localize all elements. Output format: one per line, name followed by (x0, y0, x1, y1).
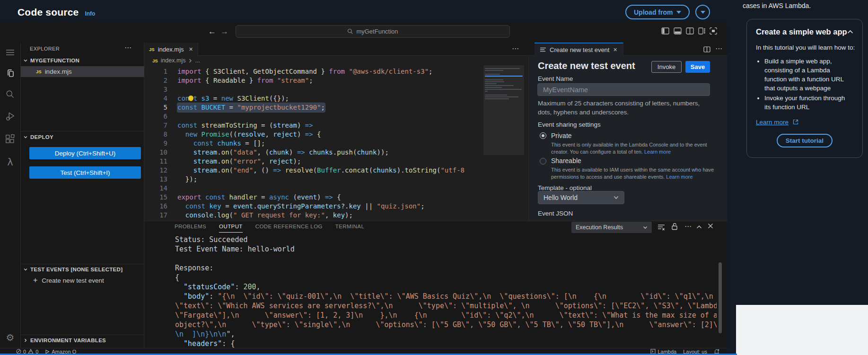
actions-dropdown-button[interactable] (695, 5, 710, 19)
toggle-sidebar-icon[interactable] (661, 27, 669, 35)
settings-gear-icon[interactable]: ⚙ (0, 329, 20, 346)
output-line: Response: (175, 263, 717, 273)
deploy-button[interactable]: Deploy (Ctrl+Shift+U) (29, 147, 141, 159)
private-radio[interactable] (540, 132, 546, 139)
create-test-event-item[interactable]: + Create new test event (33, 276, 104, 285)
code-line[interactable]: 7const streamToString = (stream) => (144, 121, 483, 130)
aws-lambda-icon[interactable]: λ (0, 154, 20, 170)
close-panel-icon[interactable] (708, 223, 713, 229)
line-number: 9 (144, 139, 177, 148)
breadcrumb[interactable]: JS index.mjs ... (144, 56, 528, 65)
code-line[interactable]: 1import { S3Client, GetObjectCommand } f… (144, 67, 483, 76)
event-name-input[interactable] (537, 83, 710, 96)
search-icon (347, 28, 353, 35)
save-button[interactable]: Save (685, 61, 710, 73)
code-text: new Promise((resolve, reject) => { (177, 130, 321, 139)
code-text: export const handler = async (event) => … (177, 193, 341, 202)
chevron-up-icon[interactable] (847, 30, 853, 34)
panel-tab-code-reference-log[interactable]: CODE REFERENCE LOG (255, 224, 323, 233)
nav-forward-arrow[interactable]: → (220, 27, 228, 36)
code-line[interactable]: 5const BUCKET = "myprojectbucket1290"; (144, 103, 483, 112)
file-name: index.mjs (45, 68, 72, 75)
info-link[interactable]: Info (85, 10, 95, 17)
close-icon[interactable]: × (189, 45, 193, 53)
code-text: import { S3Client, GetObjectCommand } fr… (177, 67, 433, 76)
menu-icon[interactable] (0, 44, 20, 61)
code-line[interactable]: 14 (144, 184, 483, 193)
code-line[interactable]: 17 console.log(" GET request for key:", … (144, 211, 483, 220)
code-line[interactable]: 10 stream.on("data", (chunk) => chunks.p… (144, 148, 483, 157)
run-debug-icon[interactable] (0, 108, 20, 124)
shareable-learn-more-link[interactable]: Learn more (666, 174, 693, 180)
line-number: 12 (144, 166, 177, 175)
tutorial-intro: In this tutorial you will learn how to: (756, 43, 866, 52)
start-tutorial-button[interactable]: Start tutorial (777, 134, 833, 147)
tutorial-bullet: Build a simple web app, consisting of a … (764, 57, 850, 93)
editor-layout-icon[interactable] (698, 27, 706, 35)
extensions-icon[interactable] (0, 131, 20, 147)
line-number: 6 (144, 112, 177, 121)
tab-indexmjs[interactable]: JS index.mjs × (144, 43, 198, 56)
code-line[interactable]: 3 (144, 85, 483, 94)
upload-from-button[interactable]: Upload from (625, 5, 690, 19)
split-panel-icon[interactable] (703, 46, 710, 52)
test-button[interactable]: Test (Ctrl+Shift+I) (29, 166, 141, 179)
code-line[interactable]: 6 (144, 112, 483, 121)
code-text: console.log(" GET request for key:", key… (177, 211, 353, 220)
code-line[interactable]: 11 stream.on("error", reject); (144, 157, 483, 166)
panel-more-icon[interactable]: ⋯ (715, 44, 723, 53)
editor-actions-more-icon[interactable]: ⋯ (512, 44, 519, 53)
learn-more-link[interactable]: Learn more (756, 119, 789, 126)
file-item-indexmjs[interactable]: JS index.mjs (21, 66, 144, 77)
sharing-settings-label: Event sharing settings (538, 121, 601, 128)
section-environment-variables[interactable]: ENVIRONMENT VARIABLES (23, 338, 106, 343)
line-number: 11 (144, 157, 177, 166)
explorer-header: EXPLORER (30, 46, 60, 52)
section-test-events[interactable]: TEST EVENTS [NONE SELECTED] (23, 267, 123, 272)
template-select[interactable]: Hello World (538, 191, 624, 204)
split-editor-icon[interactable] (686, 27, 694, 35)
js-file-icon: JS (152, 58, 158, 63)
toggle-panel-icon[interactable] (674, 27, 682, 35)
customize-layout-icon[interactable] (710, 27, 717, 35)
explorer-more-icon[interactable]: ⋯ (124, 43, 132, 52)
command-center-search[interactable]: myGetFunction (236, 25, 510, 38)
output-line: { (175, 273, 717, 282)
invoke-button[interactable]: Invoke (651, 61, 682, 73)
maximize-panel-icon[interactable] (696, 225, 702, 229)
code-line[interactable]: 15export const handler = async (event) =… (144, 193, 483, 202)
code-line[interactable]: 12 stream.on("end", () => resolve(Buffer… (144, 166, 483, 175)
divider (21, 335, 144, 335)
code-line[interactable]: 8 new Promise((resolve, reject) => { (144, 130, 483, 139)
panel-tab-terminal[interactable]: TERMINAL (335, 224, 364, 233)
unlock-icon[interactable] (671, 223, 678, 230)
code-line[interactable]: 9 const chunks = []; (144, 139, 483, 148)
shareable-radio[interactable] (540, 158, 546, 165)
code-line[interactable]: 4const s3 = new S3Client({}); (144, 94, 483, 103)
section-mygetfunction[interactable]: MYGETFUNCTION (23, 58, 79, 63)
code-text: stream.on("error", reject); (177, 157, 301, 166)
explorer-icon[interactable] (0, 65, 20, 81)
private-learn-more-link[interactable]: Learn more (644, 149, 671, 155)
output-scrollbar[interactable] (719, 262, 722, 333)
code-line[interactable]: 16 const key = event.queryStringParamete… (144, 202, 483, 211)
tutorial-bullets: Build a simple web app, consisting of a … (764, 57, 850, 112)
output-lines[interactable]: Status: SucceededTest Event Name: hello-… (175, 235, 717, 355)
lightbulb-icon[interactable] (188, 95, 193, 101)
panel-tab-problems[interactable]: PROBLEMS (175, 224, 206, 233)
code-line[interactable]: 13 }); (144, 175, 483, 184)
close-icon[interactable]: × (613, 46, 617, 53)
minimap-viewport[interactable] (483, 65, 524, 155)
search-activity-icon[interactable] (0, 86, 20, 102)
nav-back-arrow[interactable]: ← (208, 27, 216, 36)
clear-output-icon[interactable] (658, 224, 665, 231)
panel-more-icon[interactable]: ⋯ (684, 222, 692, 231)
code-line[interactable]: 2import { Readable } from "stream"; (144, 76, 483, 85)
search-value: myGetFunction (356, 28, 398, 35)
execution-results-dropdown[interactable]: Execution Results (571, 222, 652, 233)
output-line (175, 254, 717, 263)
shareable-description: This event is available to IAM users wit… (551, 166, 717, 181)
panel-tab-output[interactable]: OUTPUT (219, 224, 243, 233)
section-deploy[interactable]: DEPLOY (23, 134, 53, 140)
tab-create-new-test-event[interactable]: Create new test event × (535, 43, 623, 56)
